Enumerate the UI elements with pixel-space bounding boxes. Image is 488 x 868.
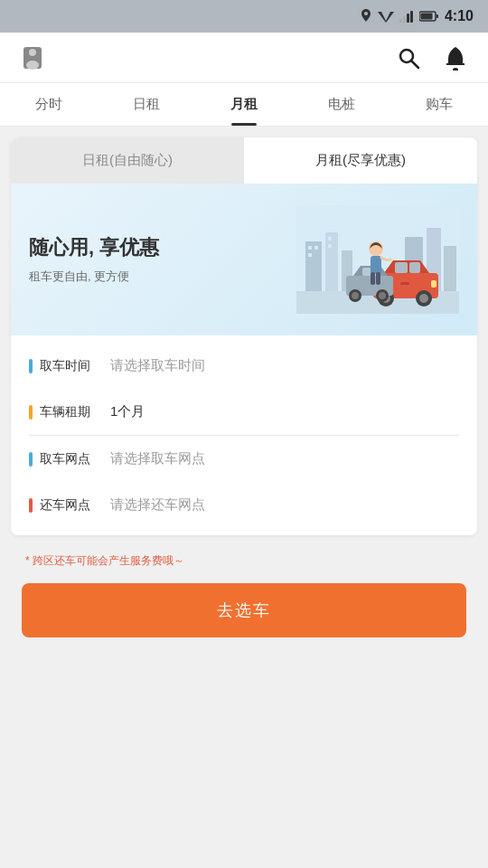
return-location-dot: [29, 498, 33, 513]
svg-rect-34: [431, 280, 436, 288]
tab-diànzhuāng[interactable]: 电桩: [293, 83, 390, 126]
svg-rect-21: [308, 246, 312, 250]
pickup-time-dot: [29, 359, 33, 373]
wifi-icon: [378, 10, 394, 23]
cross-district-notice: * 跨区还车可能会产生服务费哦～: [11, 546, 477, 576]
notification-button[interactable]: [441, 43, 470, 72]
svg-rect-16: [325, 232, 338, 296]
main-tab-nav: 分时 日租 月租 电桩 购车: [0, 83, 488, 127]
svg-point-13: [453, 68, 458, 71]
status-icons: 4:10: [360, 8, 474, 24]
svg-point-33: [419, 294, 428, 303]
pickup-time-value[interactable]: 请选择取车时间: [110, 357, 459, 374]
svg-rect-35: [400, 282, 409, 285]
svg-line-12: [411, 61, 418, 68]
sub-tab-nav: 日租(自由随心) 月租(尽享优惠): [11, 137, 477, 184]
main-content: 日租(自由随心) 月租(尽享优惠) 随心用, 享优惠 租车更自由, 更方便: [0, 127, 488, 666]
car-illustration: [296, 205, 459, 314]
svg-rect-29: [409, 262, 420, 273]
status-time: 4:10: [445, 8, 474, 24]
svg-rect-1: [399, 19, 402, 23]
svg-rect-24: [328, 237, 332, 241]
sub-tab-daily[interactable]: 日租(自由随心): [11, 137, 244, 184]
svg-rect-20: [444, 246, 456, 296]
banner-text: 随心用, 享优惠 租车更自由, 更方便: [29, 234, 296, 285]
svg-rect-3: [407, 14, 409, 23]
svg-rect-28: [395, 262, 408, 273]
svg-rect-6: [436, 14, 438, 18]
search-button[interactable]: [394, 43, 423, 72]
svg-rect-23: [308, 253, 312, 257]
svg-rect-44: [371, 256, 381, 274]
pickup-location-label: 取车网点: [29, 451, 110, 467]
signal-icon: [399, 10, 414, 23]
rental-period-row[interactable]: 车辆租期 1个月: [11, 389, 477, 435]
tab-gòuchē[interactable]: 购车: [390, 83, 488, 126]
svg-rect-4: [410, 11, 413, 23]
pickup-time-label: 取车时间: [29, 358, 110, 374]
svg-point-42: [379, 292, 386, 299]
profile-button[interactable]: [18, 43, 47, 72]
svg-rect-15: [305, 241, 322, 296]
banner-subtitle: 租车更自由, 更方便: [29, 269, 296, 285]
tab-fenshí[interactable]: 分时: [0, 83, 98, 126]
svg-rect-46: [376, 272, 380, 285]
rental-period-label: 车辆租期: [29, 404, 110, 420]
svg-point-9: [29, 49, 36, 56]
top-bar: [0, 33, 488, 83]
search-icon: [396, 45, 421, 71]
profile-icon: [18, 43, 47, 72]
svg-marker-0: [378, 12, 394, 23]
svg-rect-37: [362, 268, 371, 276]
return-location-value[interactable]: 请选择还车网点: [110, 496, 459, 514]
sub-tab-monthly[interactable]: 月租(尽享优惠): [244, 137, 477, 184]
svg-rect-45: [371, 272, 375, 285]
battery-icon: [419, 11, 439, 22]
rental-period-dot: [29, 405, 33, 420]
svg-point-10: [26, 61, 39, 70]
top-bar-action-icons: [394, 43, 470, 72]
return-location-label: 还车网点: [29, 497, 110, 514]
promo-banner: 随心用, 享优惠 租车更自由, 更方便: [11, 184, 477, 335]
tab-yuèzū[interactable]: 月租: [195, 83, 293, 126]
rental-period-value[interactable]: 1个月: [110, 403, 459, 420]
pickup-location-dot: [29, 452, 33, 467]
svg-rect-22: [314, 246, 318, 250]
pickup-time-row[interactable]: 取车时间 请选择取车时间: [11, 343, 477, 389]
booking-form: 取车时间 请选择取车时间 车辆租期 1个月 取车网点 请选择: [11, 335, 477, 535]
svg-point-40: [352, 292, 359, 299]
tab-rìzū[interactable]: 日租: [98, 83, 195, 126]
return-location-row[interactable]: 还车网点 请选择还车网点: [11, 482, 477, 528]
svg-rect-2: [403, 16, 406, 23]
banner-title: 随心用, 享优惠: [29, 234, 296, 261]
location-icon: [360, 9, 372, 24]
svg-rect-7: [420, 14, 432, 20]
notification-icon: [444, 45, 467, 71]
status-bar: 4:10: [0, 0, 488, 33]
pickup-location-value[interactable]: 请选择取车网点: [110, 450, 459, 467]
select-car-button[interactable]: 去选车: [22, 583, 466, 637]
pickup-location-row[interactable]: 取车网点 请选择取车网点: [11, 436, 477, 482]
svg-rect-25: [328, 244, 332, 248]
